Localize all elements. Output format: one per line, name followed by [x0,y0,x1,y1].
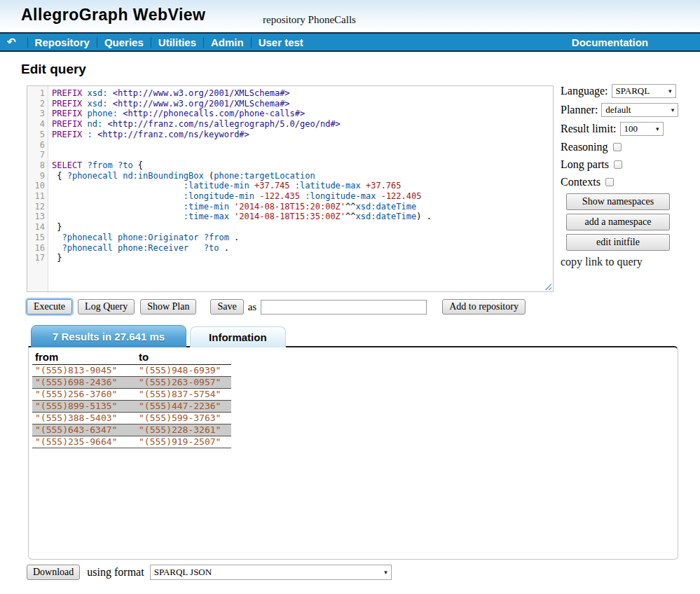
code-line: PREFIX xsd: <http://www.w3.org/2001/XMLS… [52,88,553,99]
contexts-checkbox[interactable] [605,178,614,186]
language-select[interactable]: SPARQL ▾ [612,84,676,98]
tab-information[interactable]: Information [190,326,286,347]
table-cell: "(555)698-2436" [32,377,136,389]
using-format-label: using format [87,566,144,579]
table-cell: "(555)813-9045" [32,365,136,377]
table-row: "(555)813-9045""(555)948-6939" [32,365,231,377]
execute-button[interactable]: Execute [27,299,72,315]
table-cell: "(555)256-3760" [32,389,136,401]
app-title: AllegroGraph WebView [21,6,205,25]
code-line: PREFIX phone: <http://phonecalls.com/pho… [52,109,553,119]
tab-results[interactable]: 7 Results in 27.641 ms [31,325,186,347]
table-cell: "(555)899-5135" [32,401,136,413]
table-row: "(555)388-5403""(555)599-3763" [32,413,231,424]
code-line: PREFIX nd: <http://franz.com/ns/allegrog… [52,119,553,130]
log-query-button[interactable]: Log Query [78,299,135,315]
table-cell: "(555)643-6347" [32,424,136,436]
results-panel: from to "(555)813-9045""(555)948-6939""(… [28,346,678,560]
back-arrow-icon[interactable]: ↶ [7,36,16,48]
nav-item-repository[interactable]: Repository [35,36,90,48]
code-line: { ?phonecall nd:inBoundingBox (phone:tar… [52,171,553,181]
code-line: :time-min '2014-08-18T15:20:00Z'^^xsd:da… [52,202,553,212]
results-table-body: "(555)813-9045""(555)948-6939""(555)698-… [32,365,231,448]
code-line: :longitude-min -122.435 :longitude-max -… [52,191,553,202]
nav-item-utilities[interactable]: Utilities [158,36,196,48]
editor-code[interactable]: PREFIX xsd: <http://www.w3.org/2001/XMLS… [48,86,553,291]
code-line: } [52,222,553,233]
save-as-label: as [248,301,257,313]
table-cell: "(555)235-9664" [32,436,136,448]
nav-item-documentation[interactable]: Documentation [572,36,648,48]
save-button[interactable]: Save [210,299,243,315]
table-row: "(555)698-2436""(555)263-0957" [32,377,231,389]
query-options-panel: Language: SPARQL ▾ Planner: default ▾ Re… [561,84,680,268]
results-table: from to "(555)813-9045""(555)948-6939""(… [32,350,231,448]
table-row: "(555)256-3760""(555)837-5754" [32,389,231,401]
save-as-input[interactable] [261,300,427,315]
table-cell: "(555)228-3261" [136,424,231,436]
edit-initfile-button[interactable]: edit initfile [566,234,670,251]
chevron-down-icon: ▾ [384,569,387,576]
long-parts-checkbox[interactable] [614,160,622,169]
chevron-down-icon: ▾ [671,106,675,113]
table-row: "(555)643-6347""(555)228-3261" [32,424,231,436]
code-line: } [52,253,553,263]
table-cell: "(555)263-0957" [136,377,231,389]
language-label: Language: [561,85,608,97]
nav-item-user-test[interactable]: User test [259,36,303,48]
planner-label: Planner: [561,104,598,116]
table-row: "(555)235-9664""(555)919-2507" [32,436,231,448]
table-cell: "(555)948-6939" [136,365,231,377]
nav-bar: ↶ Repository Queries Utilities Admin Use… [0,32,700,52]
download-button[interactable]: Download [27,565,80,580]
copy-link-to-query[interactable]: copy link to query [561,256,680,268]
download-bar: Download using format SPARQL JSON ▾ [27,565,700,580]
results-tab-bar: 7 Results in 27.641 ms Information [31,325,700,347]
nav-divider [251,37,252,48]
nav-divider [27,37,28,48]
table-row: "(555)899-5135""(555)447-2236" [32,401,231,413]
page-title: Edit query [21,62,700,77]
nav-divider [203,37,204,48]
table-cell: "(555)599-3763" [136,413,231,424]
editor-gutter: 1234567891011121314151617 [27,86,48,291]
add-to-repository-button[interactable]: Add to repository [442,299,526,315]
column-header-to: to [136,350,231,365]
action-bar: Execute Log Query Show Plan Save as Add … [27,298,700,315]
table-cell: "(555)447-2236" [136,401,231,413]
show-plan-button[interactable]: Show Plan [140,299,196,315]
table-cell: "(555)388-5403" [32,413,136,424]
code-line [52,150,553,160]
chevron-down-icon: ▾ [656,125,659,132]
chevron-down-icon: ▾ [668,88,672,95]
query-editor[interactable]: 1234567891011121314151617 PREFIX xsd: <h… [27,85,554,292]
nav-divider [97,37,97,48]
add-namespace-button[interactable]: add a namespace [566,214,670,230]
contexts-label: Contexts [561,176,601,188]
column-header-from: from [32,350,136,365]
nav-divider [151,37,151,48]
format-select[interactable]: SPARQL JSON ▾ [150,565,392,580]
code-line: :time-max '2014-08-18T15:35:00Z'^^xsd:da… [52,212,553,222]
code-line: ?phonecall phone:Receiver ?to . [52,243,553,254]
table-cell: "(555)919-2507" [136,436,231,448]
masthead: AllegroGraph WebView repository PhoneCal… [0,0,700,32]
code-line: :latitude-min +37.745 :latitude-max +37.… [52,181,553,191]
nav-item-admin[interactable]: Admin [211,36,244,48]
result-limit-label: Result limit: [561,123,617,135]
result-limit-select[interactable]: 100 ▾ [620,122,664,136]
nav-item-queries[interactable]: Queries [104,36,144,48]
reasoning-checkbox[interactable] [613,143,622,151]
code-line: SELECT ?from ?to { [52,160,553,171]
code-line: PREFIX : <http://franz.com/ns/keyword#> [52,130,553,140]
show-namespaces-button[interactable]: Show namespaces [566,193,670,210]
repository-label: repository PhoneCalls [263,14,356,26]
code-line: ?phonecall phone:Originator ?from . [52,233,553,243]
main-content: Edit query 1234567891011121314151617 PRE… [0,52,700,580]
long-parts-label: Long parts [561,158,609,171]
code-line [52,140,553,151]
code-line: PREFIX xsd: <http://www.w3.org/2001/XMLS… [52,99,553,109]
table-cell: "(555)837-5754" [136,389,231,401]
planner-select[interactable]: default ▾ [601,103,678,117]
reasoning-label: Reasoning [561,141,608,153]
